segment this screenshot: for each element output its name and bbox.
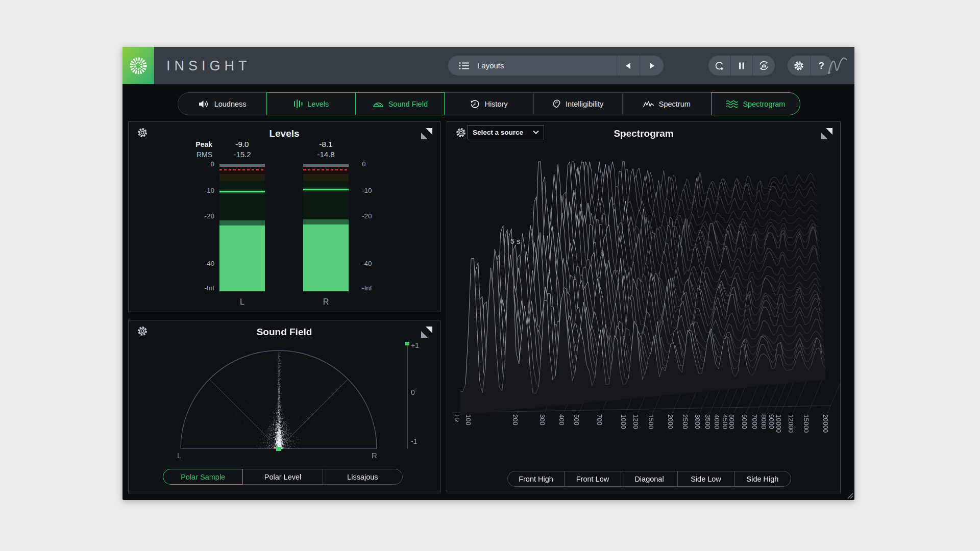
tab-intelligibility[interactable]: Intelligibility xyxy=(533,92,623,115)
gear-icon xyxy=(793,60,805,72)
button-label: Diagonal xyxy=(634,475,664,483)
app-title: INSIGHT xyxy=(166,58,251,73)
layout-prev-button[interactable] xyxy=(617,56,640,76)
meter-warn-zone xyxy=(303,174,349,181)
db-scale-tick: -40 xyxy=(174,260,214,267)
view-diagonal-button[interactable]: Diagonal xyxy=(621,471,678,487)
db-scale-tick: -Inf xyxy=(174,284,214,292)
view-front-high-button[interactable]: Front High xyxy=(507,471,565,487)
axis-label-right: R xyxy=(372,451,377,460)
tab-spectrogram[interactable]: Spectrogram xyxy=(711,92,800,115)
spectrogram-waves-icon xyxy=(726,99,738,109)
tab-label: Levels xyxy=(307,100,329,108)
button-label: Polar Level xyxy=(264,473,302,481)
signature-squiggle-logo xyxy=(826,54,849,80)
freq-tick-label: 9000 xyxy=(768,414,775,429)
tab-levels[interactable]: Levels xyxy=(266,92,356,115)
settings-button[interactable] xyxy=(788,56,810,76)
freq-tick-label: 6000 xyxy=(741,414,748,429)
freq-tick-label: 2000 xyxy=(667,414,674,429)
peak-row-label: Peak xyxy=(158,140,212,148)
button-label: Side High xyxy=(747,475,779,483)
freq-tick-label: 500 xyxy=(573,414,580,425)
correlation-scale-tick: 0 xyxy=(411,388,415,396)
view-front-low-button[interactable]: Front Low xyxy=(564,471,621,487)
sound-field-expand-button[interactable] xyxy=(421,327,432,338)
peak-value-right: -8.1 xyxy=(303,140,349,148)
tab-history[interactable]: History xyxy=(444,92,533,115)
expand-icon xyxy=(821,128,832,139)
correlation-marker xyxy=(405,342,409,345)
freq-tick-label: 700 xyxy=(596,414,603,425)
freq-tick-label: 12000 xyxy=(787,414,795,433)
tab-sound-field[interactable]: Sound Field xyxy=(355,92,445,115)
channel-label-right: R xyxy=(303,297,349,307)
mode-polar-level-button[interactable]: Polar Level xyxy=(242,469,323,485)
restart-icon xyxy=(714,60,725,71)
reset-history-button[interactable] xyxy=(708,56,730,76)
tab-loudness[interactable]: Loudness xyxy=(178,92,267,115)
view-side-high-button[interactable]: Side High xyxy=(734,471,791,487)
correlation-scale-tick: -1 xyxy=(411,437,417,445)
top-bar: INSIGHT Layouts xyxy=(122,47,854,84)
freq-tick-label: 5000 xyxy=(728,414,736,429)
spectrogram-view-switcher: Front High Front Low Diagonal Side Low S… xyxy=(507,471,791,487)
metering-tabbar: Loudness Levels Sound Field History xyxy=(178,92,800,115)
tab-label: Spectrum xyxy=(659,100,691,108)
time-axis-label: 5 s xyxy=(510,237,520,245)
spectrogram-expand-button[interactable] xyxy=(821,128,832,139)
freq-tick-label: 300 xyxy=(538,414,546,425)
history-clock-icon xyxy=(470,99,480,109)
freq-tick-label: 3500 xyxy=(704,414,712,429)
db-scale-tick: -10 xyxy=(362,187,403,194)
layouts-menu-button[interactable]: Layouts xyxy=(448,56,617,76)
peak-indicator-line xyxy=(219,191,265,192)
db-scale-tick: 0 xyxy=(362,160,403,168)
meter-rms-transition xyxy=(303,219,349,224)
speaker-icon xyxy=(199,100,210,108)
pause-button[interactable] xyxy=(731,56,753,76)
mode-lissajous-button[interactable]: Lissajous xyxy=(323,469,403,485)
peak-hold-line xyxy=(219,169,265,170)
tab-label: Loudness xyxy=(214,100,247,108)
plugin-window: INSIGHT Layouts xyxy=(122,47,854,500)
reset-meters-button[interactable] xyxy=(753,56,775,76)
button-label: Polar Sample xyxy=(181,473,225,481)
levels-expand-button[interactable] xyxy=(421,128,432,139)
pause-icon xyxy=(737,61,746,70)
correlation-scale-tick: +1 xyxy=(411,341,419,349)
peak-value-left: -9.0 xyxy=(219,140,265,148)
meter-clip-zone xyxy=(303,167,349,174)
sound-field-panel: Sound Field +1 0 -1 L R Polar Sample Pol… xyxy=(128,320,440,493)
view-side-low-button[interactable]: Side Low xyxy=(677,471,734,487)
spectrogram-3d-display xyxy=(447,122,840,493)
db-scale-tick: 0 xyxy=(174,160,214,168)
mode-polar-sample-button[interactable]: Polar Sample xyxy=(163,469,243,485)
tab-spectrum[interactable]: Spectrum xyxy=(622,92,712,115)
level-meter-right xyxy=(303,164,349,291)
arrow-right-icon xyxy=(648,62,656,70)
freq-tick-label: 15000 xyxy=(802,414,810,433)
axis-label-left: L xyxy=(177,451,181,460)
window-resize-handle[interactable] xyxy=(846,491,853,499)
refresh-meters-icon xyxy=(758,60,770,71)
freq-tick-label: 1000 xyxy=(620,414,627,429)
freq-tick-label: 200 xyxy=(511,414,519,425)
channel-label-left: L xyxy=(219,297,265,307)
resize-grip-icon xyxy=(846,491,853,499)
layouts-control: Layouts xyxy=(448,56,664,76)
sound-field-mode-switcher: Polar Sample Polar Level Lissajous xyxy=(163,469,403,485)
ear-icon xyxy=(552,99,561,109)
layout-next-button[interactable] xyxy=(640,56,664,76)
db-scale-tick: -20 xyxy=(174,212,214,220)
panel-title: Sound Field xyxy=(129,327,440,338)
panel-title: Levels xyxy=(129,128,440,139)
izotope-logo xyxy=(122,47,154,84)
meter-rms-fill xyxy=(219,226,265,291)
tab-label: Sound Field xyxy=(388,100,428,108)
correlation-meter-track xyxy=(407,343,408,448)
pinwheel-icon xyxy=(127,55,150,77)
button-label: Front High xyxy=(519,475,553,483)
meter-warn-zone xyxy=(219,174,265,181)
rms-value-right: -14.8 xyxy=(303,150,349,159)
